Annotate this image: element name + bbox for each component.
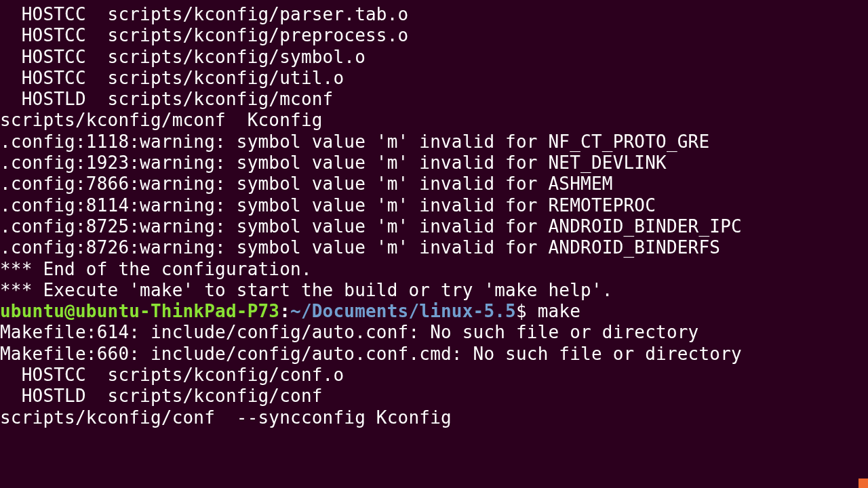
- warning-line: .config:1923:warning: symbol value 'm' i…: [0, 152, 868, 174]
- terminal-window[interactable]: HOSTCC scripts/kconfig/parser.tab.o HOST…: [0, 0, 868, 488]
- warning-line: .config:8726:warning: symbol value 'm' i…: [0, 237, 868, 258]
- output-line: HOSTLD scripts/kconfig/conf: [0, 386, 868, 407]
- output-line: scripts/kconfig/conf --syncconfig Kconfi…: [0, 407, 868, 428]
- prompt-user-host: ubuntu@ubuntu-ThinkPad-P73: [0, 301, 279, 321]
- output-line: Makefile:614: include/config/auto.conf: …: [0, 322, 868, 343]
- prompt-dollar: $: [516, 301, 538, 321]
- config-end-line: *** End of the configuration.: [0, 259, 868, 280]
- output-line: HOSTLD scripts/kconfig/mconf: [0, 89, 868, 110]
- prompt-line[interactable]: ubuntu@ubuntu-ThinkPad-P73:~/Documents/l…: [0, 301, 868, 322]
- output-line: HOSTCC scripts/kconfig/conf.o: [0, 365, 868, 386]
- output-line: scripts/kconfig/mconf Kconfig: [0, 110, 868, 131]
- output-line: HOSTCC scripts/kconfig/symbol.o: [0, 47, 868, 68]
- warning-line: .config:8114:warning: symbol value 'm' i…: [0, 195, 868, 216]
- output-line: HOSTCC scripts/kconfig/preprocess.o: [0, 25, 868, 46]
- prompt-separator: :: [279, 301, 290, 321]
- config-end-line: *** Execute 'make' to start the build or…: [0, 280, 868, 301]
- output-line: HOSTCC scripts/kconfig/parser.tab.o: [0, 4, 868, 25]
- warning-line: .config:7866:warning: symbol value 'm' i…: [0, 174, 868, 195]
- scroll-indicator-icon[interactable]: [859, 479, 868, 488]
- prompt-path: ~/Documents/linux-5.5: [290, 301, 516, 321]
- warning-line: .config:8725:warning: symbol value 'm' i…: [0, 216, 868, 237]
- command-input[interactable]: make: [538, 301, 580, 321]
- output-line: HOSTCC scripts/kconfig/util.o: [0, 68, 868, 89]
- warning-line: .config:1118:warning: symbol value 'm' i…: [0, 131, 868, 152]
- output-line: Makefile:660: include/config/auto.conf.c…: [0, 344, 868, 365]
